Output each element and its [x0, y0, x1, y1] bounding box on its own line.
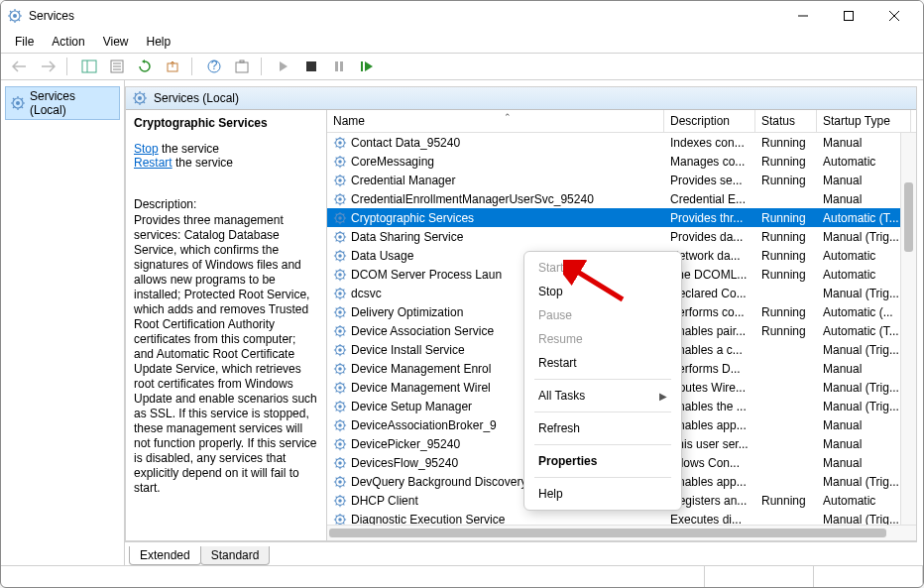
forward-icon — [40, 60, 56, 72]
service-name: DCOM Server Process Laun — [351, 268, 502, 282]
restart-link[interactable]: Restart — [134, 156, 173, 170]
service-row[interactable]: Cryptographic ServicesProvides thr...Run… — [327, 208, 916, 227]
scrollbar-thumb[interactable] — [904, 182, 913, 252]
minimize-icon — [798, 11, 808, 21]
minimize-button[interactable] — [780, 1, 826, 31]
cm-refresh[interactable]: Refresh — [524, 416, 681, 440]
gear-icon — [10, 95, 26, 111]
status-bar — [1, 565, 923, 587]
export-icon — [166, 59, 179, 73]
tree-root-services-local[interactable]: Services (Local) — [5, 86, 120, 120]
column-status[interactable]: Status — [755, 110, 817, 132]
service-description: Provides thr... — [664, 211, 755, 225]
toolbar: ? — [1, 53, 923, 80]
menu-action[interactable]: Action — [44, 33, 92, 51]
service-name-cell: CredentialEnrollmentManagerUserSvc_95240 — [327, 192, 664, 206]
gear-icon — [333, 494, 347, 508]
service-status: Running — [755, 174, 817, 187]
menu-help[interactable]: Help — [139, 33, 179, 51]
gear-icon — [333, 174, 347, 187]
cm-properties[interactable]: Properties — [524, 449, 681, 473]
service-status: Running — [755, 268, 817, 282]
column-startup-type[interactable]: Startup Type — [817, 110, 911, 132]
gear-icon — [333, 343, 347, 357]
tab-extended[interactable]: Extended — [129, 546, 201, 565]
gear-icon — [333, 268, 347, 282]
cm-pause: Pause — [524, 303, 681, 327]
service-name: DevicePicker_95240 — [351, 437, 460, 451]
toolbar-export[interactable] — [160, 56, 185, 77]
h-scrollbar-thumb[interactable] — [329, 529, 886, 537]
gear-icon — [333, 155, 347, 169]
service-name: Diagnostic Execution Service — [351, 513, 505, 526]
column-name[interactable]: Name — [327, 110, 664, 132]
service-startup-type: Manual — [817, 362, 911, 376]
service-row[interactable]: Credential ManagerProvides se...RunningM… — [327, 171, 916, 189]
column-name-label: Name — [333, 114, 365, 128]
toolbar-show-hide[interactable] — [76, 56, 102, 77]
service-row[interactable]: Diagnostic Execution ServiceExecutes di.… — [327, 510, 916, 525]
service-startup-type: Manual (Trig... — [817, 287, 911, 300]
menu-bar: File Action View Help — [1, 31, 923, 53]
cm-separator — [534, 444, 671, 445]
main-area: Services (Local) Services (Local) Crypto… — [1, 80, 923, 565]
cm-stop[interactable]: Stop — [524, 280, 681, 303]
vertical-scrollbar[interactable] — [900, 133, 916, 525]
service-row[interactable]: CredentialEnrollmentManagerUserSvc_95240… — [327, 189, 916, 208]
service-row[interactable]: CoreMessagingManages co...RunningAutomat… — [327, 152, 916, 171]
toolbar-refresh[interactable] — [132, 56, 158, 77]
toolbar-back[interactable] — [7, 56, 33, 77]
service-startup-type: Manual (Trig... — [817, 343, 911, 357]
service-name-cell: Diagnostic Execution Service — [327, 513, 664, 526]
gear-icon — [333, 456, 347, 470]
stop-link[interactable]: Stop — [134, 142, 159, 156]
service-startup-type: Manual (Trig... — [817, 230, 911, 244]
service-description: Credential E... — [664, 192, 755, 206]
svg-rect-25 — [306, 61, 316, 71]
sort-arrow-icon: ⌃ — [504, 112, 512, 122]
cm-restart[interactable]: Restart — [524, 351, 681, 375]
gear-icon — [333, 381, 347, 395]
toolbar-properties[interactable] — [104, 56, 130, 77]
service-startup-type: Automatic (... — [817, 305, 911, 319]
gear-icon — [333, 400, 347, 413]
gear-icon — [333, 249, 347, 263]
pane-header: Services (Local) — [126, 87, 916, 110]
service-name: Contact Data_95240 — [351, 136, 460, 150]
horizontal-scrollbar[interactable] — [327, 525, 916, 540]
service-status: Running — [755, 494, 817, 508]
cm-all-tasks[interactable]: All Tasks ▶ — [524, 384, 681, 408]
toolbar-start[interactable] — [271, 56, 296, 77]
service-row[interactable]: Contact Data_95240Indexes con...RunningM… — [327, 133, 916, 152]
close-button[interactable] — [871, 1, 917, 31]
maximize-button[interactable] — [826, 1, 871, 31]
service-description: Indexes con... — [664, 136, 755, 150]
service-name: Device Management Enrol — [351, 362, 491, 376]
gear-icon — [333, 136, 347, 150]
column-description[interactable]: Description — [664, 110, 755, 132]
toolbar-manage[interactable] — [229, 56, 255, 77]
toolbar-pause[interactable] — [326, 56, 352, 77]
toolbar-stop[interactable] — [298, 56, 324, 77]
desc-label: Description: — [134, 197, 318, 211]
service-startup-type: Manual — [817, 437, 911, 451]
menu-view[interactable]: View — [95, 33, 137, 51]
gear-icon — [333, 211, 347, 225]
service-description: Provides se... — [664, 174, 755, 187]
service-name-cell: Data Sharing Service — [327, 230, 664, 244]
toolbar-forward[interactable] — [35, 56, 60, 77]
pane-title: Services (Local) — [154, 91, 239, 105]
service-row[interactable]: Data Sharing ServiceProvides da...Runnin… — [327, 227, 916, 246]
service-name: Delivery Optimization — [351, 305, 463, 319]
toolbar-restart[interactable] — [354, 56, 380, 77]
service-status: Running — [755, 155, 817, 169]
menu-file[interactable]: File — [7, 33, 42, 51]
cm-separator — [534, 477, 671, 478]
svg-rect-26 — [335, 61, 338, 71]
toolbar-help[interactable]: ? — [201, 56, 227, 77]
inner-frame: Services (Local) Cryptographic Services … — [125, 86, 917, 541]
tab-standard[interactable]: Standard — [200, 546, 271, 565]
cm-help[interactable]: Help — [524, 482, 681, 506]
cm-resume: Resume — [524, 327, 681, 351]
stop-icon — [306, 61, 316, 71]
